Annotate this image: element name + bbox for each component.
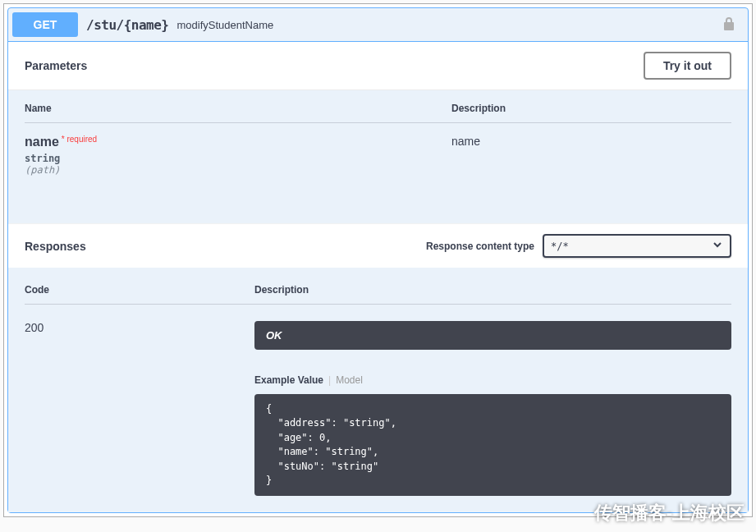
operation-block: GET /stu/{name} modifyStudentName Parame…: [7, 7, 749, 513]
content-type-value: */*: [551, 241, 569, 252]
param-header-name: Name: [25, 103, 451, 114]
example-value-code[interactable]: { "address": "string", "age": 0, "name":…: [254, 394, 731, 496]
operation-description: modifyStudentName: [176, 19, 273, 31]
chevron-down-icon: [712, 239, 723, 253]
lock-icon[interactable]: [722, 16, 744, 34]
parameters-body: Name Description name* required string (…: [8, 90, 748, 223]
response-code: 200: [25, 321, 44, 334]
try-it-out-button[interactable]: Try it out: [644, 52, 731, 80]
http-method-badge: GET: [12, 12, 78, 37]
response-row: 200 OK Example Value|Model { "address": …: [25, 305, 731, 496]
responses-title: Responses: [25, 240, 86, 253]
parameters-title: Parameters: [25, 59, 87, 72]
param-name: name: [25, 135, 59, 149]
responses-body: Code Description 200 OK Example Value|Mo…: [8, 268, 748, 512]
operation-summary[interactable]: GET /stu/{name} modifyStudentName: [8, 8, 748, 42]
param-required-label: * required: [59, 135, 97, 144]
response-description: OK: [254, 321, 731, 350]
content-type-select[interactable]: */*: [543, 234, 731, 258]
param-location: (path): [25, 164, 451, 176]
content-type-label: Response content type: [426, 241, 534, 252]
param-description: name: [451, 135, 731, 148]
parameters-header: Parameters Try it out: [8, 42, 748, 90]
tab-model[interactable]: Model: [336, 374, 363, 386]
responses-header: Responses Response content type */*: [8, 223, 748, 268]
parameter-row: name* required string (path) name: [25, 123, 731, 182]
resp-header-code: Code: [25, 284, 254, 296]
resp-header-description: Description: [254, 284, 309, 296]
example-tabs: Example Value|Model: [254, 374, 731, 386]
param-header-description: Description: [451, 103, 731, 114]
endpoint-path: /stu/{name}: [86, 17, 168, 33]
param-type: string: [25, 153, 451, 164]
tab-example-value[interactable]: Example Value: [254, 374, 323, 386]
